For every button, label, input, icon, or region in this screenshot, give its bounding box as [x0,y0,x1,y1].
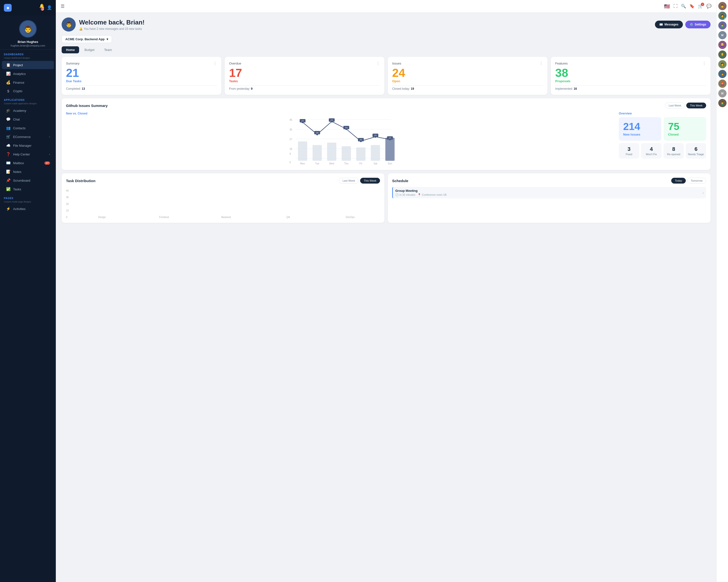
project-selector[interactable]: ACME Corp. Backend App ▾ [62,35,112,43]
svg-point-37 [374,136,376,138]
reopened-card: 8 Re-opened [664,143,684,159]
welcome-greeting: Welcome back, Brian! [79,19,145,26]
bar-design: Design [72,215,132,219]
right-avatar-1[interactable]: 👨 [718,2,727,10]
github-title: Github Issues Summary [66,104,108,108]
right-avatar-2[interactable]: 👩 [718,11,727,20]
task-this-week-button[interactable]: This Week [360,178,380,184]
bell-icon: 🔔 [79,27,83,31]
sidebar-item-analytics[interactable]: 📊 Analytics [2,70,54,78]
stat-menu-icon[interactable]: ⋮ [539,61,543,66]
main-area: ☰ 🇺🇸 ⛶ 🔍 🔖 🛒 5 💬 👨 Welcome back, Brian! … [56,0,717,582]
last-week-button[interactable]: Last Week [665,103,685,108]
sidebar-item-academy[interactable]: 🎓 Academy [2,107,54,115]
sidebar-item-label: Mailbox [13,161,24,165]
stat-label-issues: Open [392,79,543,83]
right-avatar-5[interactable]: 👨‍🦲 [718,51,727,59]
task-distribution-card: Task Distribution Last Week This Week 40… [62,173,384,223]
svg-point-36 [360,140,362,142]
sidebar-item-activities[interactable]: ⚡ Activities [2,205,54,213]
sidebar-item-notes[interactable]: 📝 Notes [2,168,54,176]
sidebar-item-label: Help Center [13,153,30,156]
stat-footer-features: Implemented: 16 [555,87,706,90]
sidebar-item-help-center[interactable]: ❓ Help Center › [2,150,54,158]
bookmark-icon[interactable]: 🔖 [690,4,695,9]
right-avatar-3[interactable]: 👨‍🦱 [718,21,727,30]
sidebar-item-label: Contacts [13,126,25,130]
tab-home[interactable]: Home [62,46,79,53]
pages-section-sub: Custom made page designs [0,200,56,204]
chart-area: New vs. Closed 45 36 27 18 9 0 [66,112,615,166]
stat-menu-icon[interactable]: ⋮ [376,61,380,66]
academy-icon: 🎓 [6,108,11,113]
app-logo[interactable]: ◆ [4,4,11,11]
stat-menu-icon[interactable]: ⋮ [213,61,217,66]
stats-row: Summary ⋮ 21 Due Tasks Completed: 13 Ove… [62,57,710,95]
svg-rect-14 [342,146,351,161]
user-circle-icon[interactable]: 👤 [47,5,52,10]
profile-email: hughes.brian@company.com [11,44,45,47]
topbar: ☰ 🇺🇸 ⛶ 🔍 🔖 🛒 5 💬 [56,0,717,12]
this-week-button[interactable]: This Week [686,103,706,108]
tab-team[interactable]: Team [100,46,116,53]
tab-budget[interactable]: Budget [80,46,99,53]
chart-label: New vs. Closed [66,112,615,115]
event-chevron-icon[interactable]: › [703,191,704,195]
sidebar-profile: 👨 Brian Hughes hughes.brian@company.com [0,15,56,50]
contacts-icon: 👥 [6,126,11,130]
expand-icon[interactable]: ⛶ [673,4,678,9]
sidebar-item-file-manager[interactable]: ☁️ File Manager [2,141,54,149]
chart-wrap: 45 36 27 18 9 0 [66,117,615,166]
fixed-label: Fixed [626,153,632,156]
applications-section-label: APPLICATIONS [0,95,56,102]
right-avatar-m1[interactable]: M [718,31,727,39]
task-last-week-button[interactable]: Last Week [339,178,359,184]
right-avatar-7[interactable]: 🧑‍🦱 [718,70,727,78]
task-dist-chart: 40 30 20 10 0 Design Frontend [66,187,380,219]
sidebar-item-tasks[interactable]: ✅ Tasks [2,185,54,193]
activities-icon: ⚡ [6,206,11,211]
svg-text:Sat: Sat [373,162,377,165]
wont-fix-number: 4 [650,146,653,152]
needs-triage-number: 6 [695,146,697,152]
right-avatar-m2[interactable]: M [718,89,727,98]
sidebar-item-project[interactable]: 📋 Project [2,61,54,69]
bar-qa: QA [258,215,318,219]
analytics-icon: 📊 [6,72,11,76]
right-avatar-6[interactable]: 👩 [718,60,727,68]
sidebar-item-chat[interactable]: 💬 Chat [2,115,54,123]
stat-label-overdue: Tasks [229,79,380,83]
welcome-sub: 🔔 You have 2 new messages and 15 new tas… [79,27,145,31]
schedule-header: Schedule Today Tomorrow [392,178,706,184]
wont-fix-label: Won't Fix [646,153,657,156]
notification-icon[interactable]: 🔔 3 [39,3,45,12]
right-avatar-8[interactable]: 👩‍🦰 [718,80,727,88]
hamburger-icon[interactable]: ☰ [61,4,64,9]
stat-footer-overdue: From yesterday: 9 [229,87,380,90]
sidebar-item-scrumboard[interactable]: 📌 Scrumboard [2,176,54,185]
tomorrow-button[interactable]: Tomorrow [687,178,706,184]
flag-icon[interactable]: 🇺🇸 [664,3,670,9]
chevron-down-icon: ▾ [106,37,108,41]
stat-footer-summary: Completed: 13 [66,87,217,90]
messages-button[interactable]: ✉️ Messages [655,21,683,28]
notification-badge: 3 [41,7,44,11]
reopened-label: Re-opened [667,153,680,156]
sidebar-item-ecommerce[interactable]: 🛒 ECommerce › [2,133,54,141]
sidebar-item-crypto[interactable]: $ Crypto [2,87,54,95]
search-icon[interactable]: 🔍 [681,4,686,9]
sidebar-item-finance[interactable]: 💰 Finance [2,78,54,87]
settings-button[interactable]: ⚙️ Settings [685,21,710,28]
messages-icon[interactable]: 💬 [706,4,711,9]
sidebar-item-contacts[interactable]: 👥 Contacts [2,124,54,132]
right-avatar-4[interactable]: 👩‍🦳 [718,41,727,49]
stat-menu-icon[interactable]: ⋮ [702,61,706,66]
right-avatar-9[interactable]: 👨‍🦱 [718,99,727,107]
wont-fix-card: 4 Won't Fix [641,143,661,159]
svg-text:Mon: Mon [300,162,305,165]
stat-number-features: 38 [555,67,706,79]
today-button[interactable]: Today [671,178,685,184]
cart-icon[interactable]: 🛒 5 [698,4,703,9]
github-section: Github Issues Summary Last Week This Wee… [62,98,710,170]
sidebar-item-mailbox[interactable]: ✉️ Mailbox 27 [2,159,54,167]
